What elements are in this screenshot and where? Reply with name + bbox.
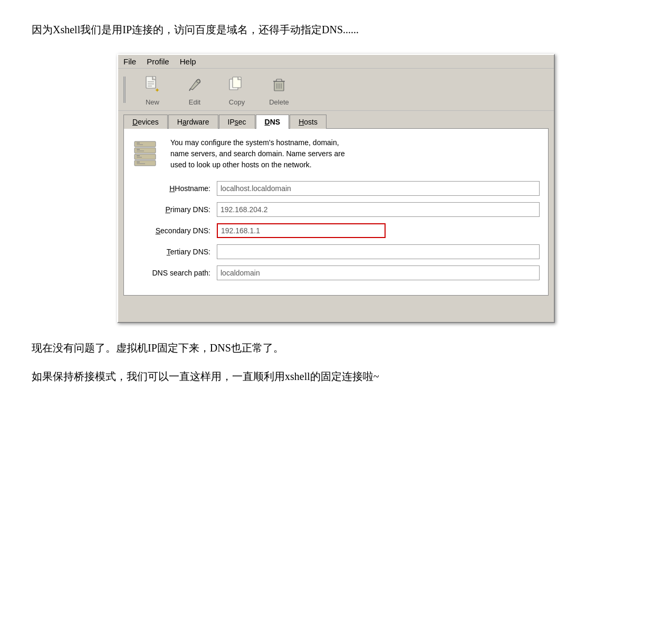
toolbar: ✦ New Edit	[118, 69, 554, 111]
tab-hosts[interactable]: Hosts	[290, 115, 327, 129]
svg-rect-21	[135, 154, 156, 159]
tertiary-dns-label: Tertiary DNS:	[132, 248, 217, 256]
svg-rect-11	[276, 79, 282, 81]
menu-bar: File Profile Help	[118, 55, 554, 69]
new-button[interactable]: ✦ New	[134, 73, 171, 106]
menu-help[interactable]: Help	[180, 57, 196, 66]
edit-icon	[183, 73, 206, 96]
primary-dns-label: Primary DNS:	[132, 205, 217, 214]
hostname-input[interactable]	[217, 181, 540, 196]
svg-rect-8	[233, 77, 241, 88]
secondary-dns-label: Secondary DNS:	[132, 226, 217, 235]
network-config-dialog: File Profile Help ✦	[117, 54, 555, 323]
tab-devices[interactable]: Devices	[123, 115, 168, 129]
primary-dns-row: Primary DNS:	[132, 202, 540, 217]
primary-dns-input[interactable]	[217, 202, 540, 217]
tertiary-dns-input[interactable]	[217, 244, 540, 259]
tab-hardware[interactable]: Hardware	[168, 115, 218, 129]
dns-header: You may configure the system's hostname,…	[132, 137, 540, 170]
footer-text-1: 现在没有问题了。虚拟机IP固定下来，DNS也正常了。	[32, 339, 640, 357]
copy-button[interactable]: Copy	[218, 73, 255, 106]
new-icon: ✦	[141, 73, 164, 96]
delete-icon	[267, 73, 291, 96]
dns-description: You may configure the system's hostname,…	[170, 137, 345, 170]
tab-dns[interactable]: DNS	[256, 115, 290, 129]
menu-file[interactable]: File	[123, 57, 136, 66]
toolbar-separator	[123, 77, 126, 103]
svg-line-6	[189, 89, 190, 91]
secondary-dns-row: Secondary DNS:	[132, 223, 540, 238]
dialog-wrapper: File Profile Help ✦	[32, 54, 640, 323]
secondary-dns-input[interactable]	[217, 223, 386, 238]
network-icon	[132, 137, 162, 167]
svg-text:✦: ✦	[155, 87, 160, 94]
tab-ipsec[interactable]: IPsec	[219, 115, 255, 129]
edit-button[interactable]: Edit	[176, 73, 213, 106]
intro-text: 因为Xshell我们是用IP连接的，访问百度是域名，还得手动指定DNS.....…	[32, 21, 640, 38]
dns-search-label: DNS search path:	[132, 269, 217, 277]
dialog-bottom-spacer	[118, 296, 554, 311]
tertiary-dns-row: Tertiary DNS:	[132, 244, 540, 259]
dns-search-row: DNS search path:	[132, 265, 540, 280]
tab-bar: Devices Hardware IPsec DNS Hosts	[118, 111, 554, 128]
svg-rect-15	[135, 141, 156, 147]
edit-label: Edit	[189, 98, 200, 106]
delete-label: Delete	[269, 98, 289, 106]
dns-search-input[interactable]	[217, 265, 540, 280]
svg-rect-24	[135, 160, 156, 166]
copy-icon	[225, 73, 248, 96]
svg-rect-18	[135, 148, 156, 153]
new-label: New	[146, 98, 159, 106]
delete-button[interactable]: Delete	[261, 73, 297, 106]
dns-content-area: You may configure the system's hostname,…	[123, 128, 549, 296]
hostname-label: HHostname:	[132, 184, 217, 193]
hostname-row: HHostname:	[132, 181, 540, 196]
footer-text-2: 如果保持桥接模式，我们可以一直这样用，一直顺利用xshell的固定连接啦~	[32, 367, 640, 385]
copy-label: Copy	[229, 98, 245, 106]
menu-profile[interactable]: Profile	[147, 57, 169, 66]
